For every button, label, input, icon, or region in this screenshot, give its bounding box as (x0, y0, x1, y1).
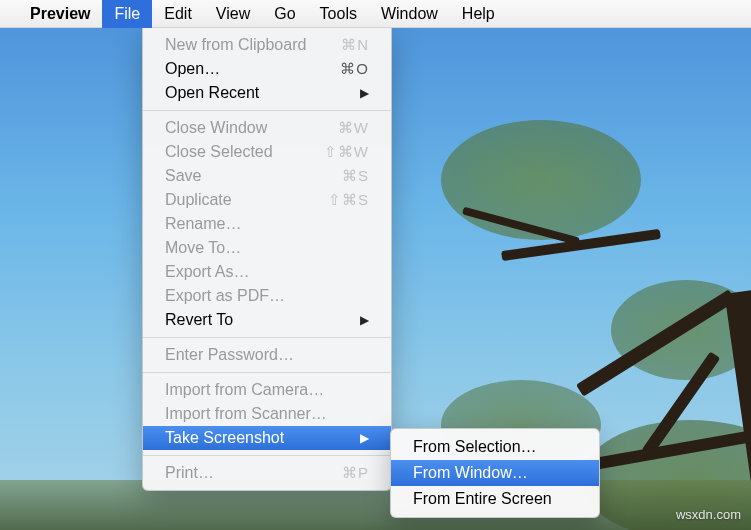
app-menu-preview[interactable]: Preview (18, 0, 102, 28)
chevron-right-icon: ▶ (360, 431, 369, 445)
menu-item-shortcut: ⇧⌘S (328, 191, 369, 209)
menu-item-export-as[interactable]: Export As… (143, 260, 391, 284)
menu-item-label: Export as PDF… (165, 287, 285, 305)
chevron-right-icon: ▶ (360, 313, 369, 327)
menu-item-label: Move To… (165, 239, 241, 257)
menu-item-label: Revert To (165, 311, 233, 329)
menu-item-close-selected[interactable]: Close Selected ⇧⌘W (143, 140, 391, 164)
menu-item-label: New from Clipboard (165, 36, 306, 54)
chevron-right-icon: ▶ (360, 86, 369, 100)
menu-item-take-screenshot[interactable]: Take Screenshot ▶ (143, 426, 391, 450)
menu-item-label: Enter Password… (165, 346, 294, 364)
menu-item-open[interactable]: Open… ⌘O (143, 57, 391, 81)
menu-item-label: Save (165, 167, 201, 185)
menu-item-import-scanner[interactable]: Import from Scanner… (143, 402, 391, 426)
menu-item-label: From Entire Screen (413, 490, 552, 508)
menu-item-shortcut: ⇧⌘W (324, 143, 369, 161)
menu-item-label: Import from Camera… (165, 381, 324, 399)
menu-item-rename[interactable]: Rename… (143, 212, 391, 236)
menu-help[interactable]: Help (450, 0, 507, 28)
menu-item-shortcut: ⌘W (338, 119, 369, 137)
menu-separator (143, 372, 391, 373)
watermark-text: wsxdn.com (676, 507, 741, 522)
menu-tools[interactable]: Tools (308, 0, 369, 28)
menu-item-label: Export As… (165, 263, 249, 281)
menu-item-shortcut: ⌘O (340, 60, 369, 78)
menu-item-label: Open… (165, 60, 220, 78)
menu-item-shortcut: ⌘S (342, 167, 369, 185)
menu-item-label: Take Screenshot (165, 429, 284, 447)
menu-item-label: Close Window (165, 119, 267, 137)
menu-item-duplicate[interactable]: Duplicate ⇧⌘S (143, 188, 391, 212)
menu-separator (143, 110, 391, 111)
menu-file[interactable]: File (102, 0, 152, 28)
file-dropdown-menu: New from Clipboard ⌘N Open… ⌘O Open Rece… (142, 28, 392, 491)
menu-item-print[interactable]: Print… ⌘P (143, 461, 391, 485)
menu-item-label: Close Selected (165, 143, 273, 161)
menu-item-import-camera[interactable]: Import from Camera… (143, 378, 391, 402)
menu-item-shortcut: ⌘N (341, 36, 369, 54)
menu-view[interactable]: View (204, 0, 262, 28)
menu-item-new-from-clipboard[interactable]: New from Clipboard ⌘N (143, 33, 391, 57)
submenu-item-from-selection[interactable]: From Selection… (391, 434, 599, 460)
menu-item-enter-password[interactable]: Enter Password… (143, 343, 391, 367)
menu-edit[interactable]: Edit (152, 0, 204, 28)
menu-bar: Preview File Edit View Go Tools Window H… (0, 0, 751, 28)
menu-item-label: Open Recent (165, 84, 259, 102)
menu-item-save[interactable]: Save ⌘S (143, 164, 391, 188)
submenu-item-from-window[interactable]: From Window… (391, 460, 599, 486)
menu-item-label: Duplicate (165, 191, 232, 209)
take-screenshot-submenu: From Selection… From Window… From Entire… (390, 428, 600, 518)
menu-go[interactable]: Go (262, 0, 307, 28)
menu-item-revert-to[interactable]: Revert To ▶ (143, 308, 391, 332)
menu-item-shortcut: ⌘P (342, 464, 369, 482)
menu-item-export-pdf[interactable]: Export as PDF… (143, 284, 391, 308)
menu-item-label: Print… (165, 464, 214, 482)
submenu-item-from-entire-screen[interactable]: From Entire Screen (391, 486, 599, 512)
menu-item-open-recent[interactable]: Open Recent ▶ (143, 81, 391, 105)
menu-item-move-to[interactable]: Move To… (143, 236, 391, 260)
menu-item-label: Import from Scanner… (165, 405, 327, 423)
menu-separator (143, 337, 391, 338)
menu-separator (143, 455, 391, 456)
menu-item-label: From Window… (413, 464, 528, 482)
menu-item-close-window[interactable]: Close Window ⌘W (143, 116, 391, 140)
menu-item-label: Rename… (165, 215, 241, 233)
menu-window[interactable]: Window (369, 0, 450, 28)
menu-item-label: From Selection… (413, 438, 537, 456)
